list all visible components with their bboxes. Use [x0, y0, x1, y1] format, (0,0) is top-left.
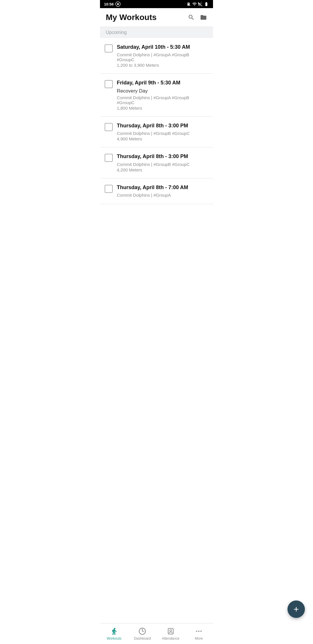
page-title: My Workouts: [106, 13, 156, 22]
workout-tags-1: Commit Dolphins | #GroupA #GroupB #Group…: [117, 52, 207, 62]
workout-content-2: Friday, April 9th - 5:30 AM Recovery Day…: [117, 79, 207, 110]
workout-checkbox-2[interactable]: [105, 80, 113, 88]
workout-tags-3: Commit Dolphins | #GroupB #GroupC: [117, 131, 207, 136]
workout-item-4[interactable]: Thursday, April 8th - 3:00 PM Commit Dol…: [100, 147, 213, 178]
workout-content-4: Thursday, April 8th - 3:00 PM Commit Dol…: [117, 153, 207, 172]
workout-checkbox-4[interactable]: [105, 154, 113, 162]
status-time: 10:56: [104, 2, 114, 6]
wifi-icon: [192, 2, 197, 6]
workout-list: Saturday, April 10th - 5:30 AM Commit Do…: [100, 38, 213, 248]
status-bar: 10:56: [100, 0, 213, 8]
search-button[interactable]: [188, 14, 195, 21]
workout-date-5: Thursday, April 8th - 7:00 AM: [117, 184, 207, 191]
workout-date-3: Thursday, April 8th - 3:00 PM: [117, 122, 207, 129]
workout-distance-2: 1,800 Meters: [117, 106, 207, 111]
workout-content-3: Thursday, April 8th - 3:00 PM Commit Dol…: [117, 122, 207, 141]
workout-date-4: Thursday, April 8th - 3:00 PM: [117, 153, 207, 160]
app-header: My Workouts: [100, 8, 213, 27]
workout-distance-3: 4,900 Meters: [117, 136, 207, 141]
workout-checkbox-3[interactable]: [105, 123, 113, 131]
workout-distance-1: 1,200 to 3,900 Meters: [117, 63, 207, 68]
pocketcasts-icon: [115, 1, 121, 7]
workout-checkbox-5[interactable]: [105, 185, 113, 193]
battery-icon: [204, 2, 209, 6]
notification-muted-icon: [186, 2, 191, 6]
workout-item-3[interactable]: Thursday, April 8th - 3:00 PM Commit Dol…: [100, 117, 213, 147]
workout-item-5[interactable]: Thursday, April 8th - 7:00 AM Commit Dol…: [100, 178, 213, 204]
workout-items: Saturday, April 10th - 5:30 AM Commit Do…: [100, 38, 213, 204]
status-left: 10:56: [104, 1, 121, 7]
workout-checkbox-1[interactable]: [105, 44, 113, 53]
workout-content-5: Thursday, April 8th - 7:00 AM Commit Dol…: [117, 184, 207, 198]
workout-item-1[interactable]: Saturday, April 10th - 5:30 AM Commit Do…: [100, 38, 213, 74]
workout-content-1: Saturday, April 10th - 5:30 AM Commit Do…: [117, 44, 207, 68]
signal-icon: [198, 2, 203, 6]
upcoming-section-label: Upcoming: [100, 27, 213, 38]
workout-tags-2: Commit Dolphins | #GroupA #GroupB #Group…: [117, 95, 207, 105]
workout-title-2: Recovery Day: [117, 88, 207, 94]
workout-date-2: Friday, April 9th - 5:30 AM: [117, 79, 207, 86]
workout-item-2[interactable]: Friday, April 9th - 5:30 AM Recovery Day…: [100, 74, 213, 116]
header-icons: [188, 14, 207, 21]
workout-date-1: Saturday, April 10th - 5:30 AM: [117, 44, 207, 50]
workout-tags-5: Commit Dolphins | #GroupA: [117, 193, 207, 198]
svg-point-1: [117, 3, 119, 5]
folder-button[interactable]: [200, 14, 207, 21]
status-right: [186, 2, 209, 6]
workout-distance-4: 4,200 Meters: [117, 167, 207, 172]
workout-tags-4: Commit Dolphins | #GroupB #GroupC: [117, 162, 207, 167]
